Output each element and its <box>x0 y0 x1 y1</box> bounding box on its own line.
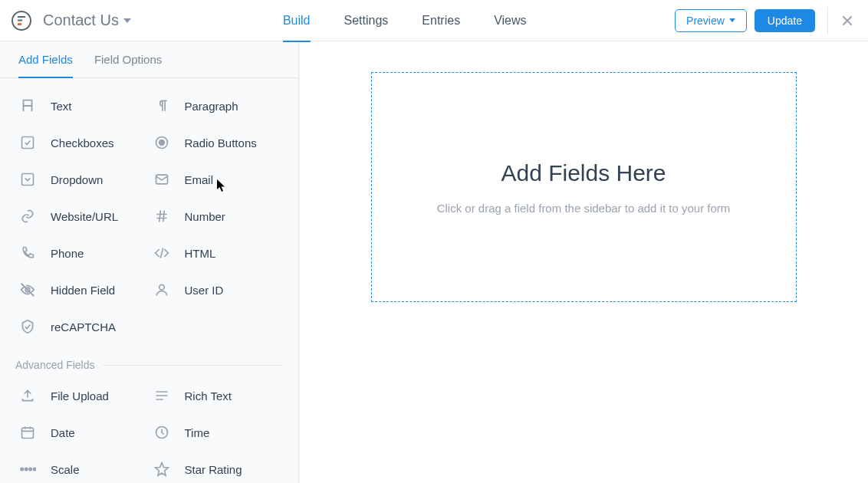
svg-point-10 <box>159 284 164 290</box>
sidebar-tab-add-fields[interactable]: Add Fields <box>18 41 73 77</box>
advanced-section-header: Advanced Fields <box>15 359 283 371</box>
dropzone[interactable]: Add Fields Here Click or drag a field fr… <box>371 72 797 302</box>
field-item-dropdown[interactable]: Dropdown <box>15 161 150 198</box>
dropdown-icon <box>18 170 37 189</box>
canvas: Add Fields Here Click or drag a field fr… <box>299 41 868 483</box>
field-label: File Upload <box>51 389 109 402</box>
field-label: Text <box>51 100 72 113</box>
field-item-upload[interactable]: File Upload <box>15 377 150 414</box>
paragraph-icon <box>153 97 171 115</box>
svg-rect-1 <box>18 16 25 18</box>
sidebar-tabs: Add Fields Field Options <box>0 41 298 78</box>
field-label: Star Rating <box>185 463 242 476</box>
svg-rect-4 <box>22 137 34 149</box>
svg-rect-7 <box>22 174 34 186</box>
field-label: Number <box>185 210 225 223</box>
tab-build[interactable]: Build <box>283 0 311 41</box>
field-label: Time <box>185 426 210 439</box>
app-logo-icon[interactable] <box>11 10 32 31</box>
sidebar-tab-field-options[interactable]: Field Options <box>94 41 162 77</box>
field-label: Radio Buttons <box>185 136 257 150</box>
field-item-phone[interactable]: Phone <box>15 235 150 271</box>
field-item-date[interactable]: Date <box>15 414 150 451</box>
field-item-hidden[interactable]: Hidden Field <box>15 271 150 308</box>
field-item-captcha[interactable]: reCAPTCHA <box>15 308 150 345</box>
tab-settings[interactable]: Settings <box>344 0 389 41</box>
svg-point-14 <box>25 468 28 471</box>
caret-down-icon <box>729 18 735 22</box>
preview-button[interactable]: Preview <box>675 9 747 32</box>
field-label: Checkboxes <box>51 136 114 150</box>
svg-point-13 <box>21 468 23 471</box>
date-icon <box>18 423 37 442</box>
field-label: Paragraph <box>185 100 238 113</box>
field-item-user[interactable]: User ID <box>150 271 284 308</box>
fields-list: TextParagraphCheckboxesRadio ButtonsDrop… <box>0 78 298 483</box>
svg-point-6 <box>159 140 164 146</box>
checkbox-icon <box>18 133 37 152</box>
field-label: Hidden Field <box>51 284 115 297</box>
field-label: reCAPTCHA <box>51 320 116 334</box>
link-icon <box>18 207 37 225</box>
field-label: Scale <box>51 463 80 476</box>
captcha-icon <box>18 317 37 336</box>
field-item-scale[interactable]: Scale <box>15 451 150 483</box>
field-label: HTML <box>185 247 216 260</box>
radio-icon <box>153 133 171 152</box>
time-icon <box>153 423 171 442</box>
tab-entries[interactable]: Entries <box>422 0 460 41</box>
email-icon <box>153 170 171 189</box>
field-label: Rich Text <box>185 389 232 402</box>
caret-down-icon <box>123 18 131 23</box>
field-item-email[interactable]: Email <box>150 161 284 198</box>
update-button[interactable]: Update <box>755 9 815 32</box>
field-label: Website/URL <box>51 210 118 223</box>
svg-rect-11 <box>22 428 34 438</box>
field-item-radio[interactable]: Radio Buttons <box>150 124 284 161</box>
field-item-richtext[interactable]: Rich Text <box>150 377 284 414</box>
phone-icon <box>18 244 37 262</box>
field-item-text[interactable]: Text <box>15 87 150 124</box>
form-title: Contact Us <box>43 12 119 29</box>
field-item-link[interactable]: Website/URL <box>15 198 150 235</box>
field-item-hash[interactable]: Number <box>150 198 284 235</box>
body: Add Fields Field Options TextParagraphCh… <box>0 41 868 483</box>
field-label: Email <box>185 173 214 186</box>
scale-icon <box>18 460 37 478</box>
dropzone-heading: Add Fields Here <box>501 160 666 186</box>
field-item-star[interactable]: Star Rating <box>150 451 284 483</box>
field-item-checkbox[interactable]: Checkboxes <box>15 124 150 161</box>
star-icon <box>153 460 171 478</box>
tab-views[interactable]: Views <box>494 0 526 41</box>
header: Contact Us Build Settings Entries Views … <box>0 0 868 41</box>
text-icon <box>18 97 37 115</box>
upload-icon <box>18 386 37 405</box>
svg-rect-2 <box>18 19 22 21</box>
dropzone-subtext: Click or drag a field from the sidebar t… <box>437 202 731 215</box>
hidden-icon <box>18 281 37 299</box>
field-label: Phone <box>51 247 84 260</box>
field-label: Dropdown <box>51 173 103 186</box>
close-button[interactable] <box>840 14 854 28</box>
svg-point-16 <box>34 468 36 471</box>
divider <box>827 7 828 34</box>
svg-point-15 <box>29 468 31 471</box>
field-label: User ID <box>185 284 224 297</box>
field-label: Date <box>51 426 75 439</box>
sidebar: Add Fields Field Options TextParagraphCh… <box>0 41 299 483</box>
user-icon <box>153 281 171 299</box>
form-title-selector[interactable]: Contact Us <box>43 12 131 29</box>
field-item-html[interactable]: HTML <box>150 235 284 271</box>
field-item-time[interactable]: Time <box>150 414 284 451</box>
main-tabs: Build Settings Entries Views <box>283 0 527 41</box>
html-icon <box>153 244 171 262</box>
svg-rect-3 <box>18 23 21 25</box>
hash-icon <box>153 207 171 225</box>
richtext-icon <box>153 386 171 405</box>
field-item-paragraph[interactable]: Paragraph <box>150 87 284 124</box>
